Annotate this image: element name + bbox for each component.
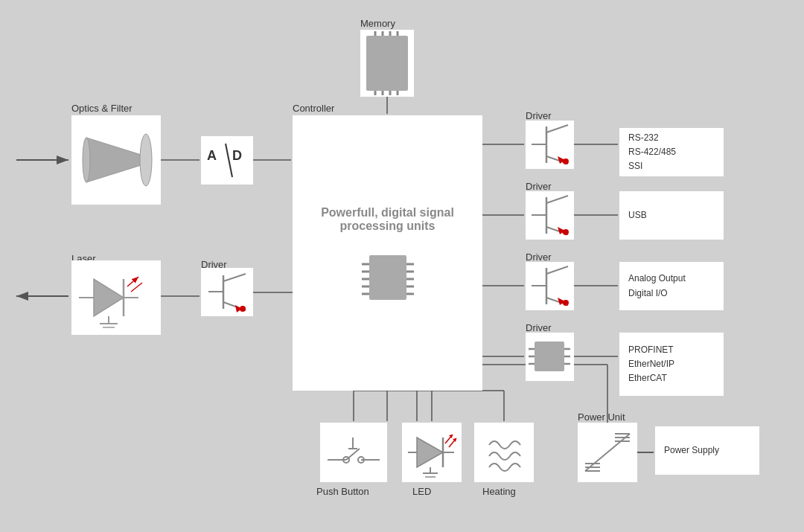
driver-1-label: Driver [526, 110, 552, 121]
svg-point-29 [83, 138, 90, 182]
ad-box: A D [201, 136, 253, 185]
controller-chip-icon [358, 248, 418, 307]
svg-point-28 [140, 134, 152, 186]
svg-line-71 [546, 125, 568, 132]
driver-box-2 [526, 191, 574, 240]
svg-rect-44 [366, 36, 408, 91]
svg-marker-53 [94, 279, 124, 316]
interface-box-3: Analog OutputDigital I/O [619, 262, 724, 310]
optics-icon [71, 115, 161, 205]
memory-box [360, 30, 414, 97]
interface-box-4: PROFINETEtherNet/IPEtherCAT [619, 333, 724, 396]
driver-1-icon [526, 121, 574, 169]
diagram-container: Optics & Filter A D Controller Powerfull… [0, 0, 804, 532]
interface-text-3: Analog OutputDigital I/O [628, 272, 686, 300]
svg-line-61 [131, 283, 142, 292]
svg-marker-27 [86, 138, 146, 182]
svg-line-65 [223, 274, 246, 281]
pushbutton-icon [320, 423, 387, 482]
driver-box-3 [526, 262, 574, 310]
memory-icon [360, 30, 414, 97]
driver-box-1 [526, 121, 574, 169]
controller-description: Powerfull, digital signal processing uni… [293, 199, 482, 240]
interface-text-2: USB [628, 208, 647, 222]
laser-driver-box [201, 268, 253, 316]
svg-line-97 [346, 449, 360, 460]
svg-line-31 [226, 144, 232, 177]
svg-point-68 [240, 306, 246, 312]
svg-text:D: D [232, 148, 242, 163]
laser-box [71, 260, 161, 335]
controller-box: Powerfull, digital signal processing uni… [293, 115, 482, 391]
driver-2-icon [526, 191, 574, 240]
heating-box [474, 423, 534, 482]
driver-box-4 [526, 333, 574, 381]
svg-line-112 [585, 434, 630, 471]
laser-driver-icon [201, 268, 253, 316]
driver-3-label: Driver [526, 251, 552, 263]
svg-line-83 [546, 266, 568, 274]
svg-line-60 [127, 277, 138, 286]
optics-box [71, 115, 161, 205]
power-supply-box: Power Supply [655, 426, 759, 475]
svg-text:A: A [207, 148, 217, 163]
optics-label: Optics & Filter [71, 103, 133, 114]
laser-icon [71, 260, 161, 335]
svg-point-80 [563, 229, 569, 235]
driver-2-label: Driver [526, 181, 552, 192]
pushbutton-box [320, 423, 387, 482]
led-bottom-label: LED [412, 486, 431, 497]
interface-text-4: PROFINETEtherNet/IPEtherCAT [628, 343, 674, 386]
controller-label: Controller [293, 103, 334, 114]
svg-marker-101 [417, 438, 443, 467]
memory-label: Memory [360, 18, 395, 29]
led-box [402, 423, 462, 482]
led-icon [402, 423, 462, 482]
power-unit-label: Power Unit [578, 411, 625, 423]
driver-4-icon [526, 333, 574, 381]
power-unit-icon [578, 423, 637, 482]
driver-4-label: Driver [526, 322, 552, 333]
pushbutton-label: Push Button [316, 486, 369, 497]
svg-point-74 [563, 158, 569, 164]
svg-rect-33 [369, 255, 406, 300]
ad-icon: A D [201, 136, 253, 185]
power-supply-text: Power Supply [664, 443, 719, 458]
svg-point-86 [563, 300, 569, 306]
heating-label: Heating [482, 486, 516, 497]
power-unit-box [578, 423, 637, 482]
svg-line-77 [546, 196, 568, 203]
interface-box-2: USB [619, 191, 724, 240]
interface-box-1: RS-232RS-422/485SSI [619, 128, 724, 176]
interface-text-1: RS-232RS-422/485SSI [628, 131, 676, 174]
driver-3-icon [526, 262, 574, 310]
svg-rect-87 [535, 342, 564, 371]
heating-icon [474, 423, 534, 482]
